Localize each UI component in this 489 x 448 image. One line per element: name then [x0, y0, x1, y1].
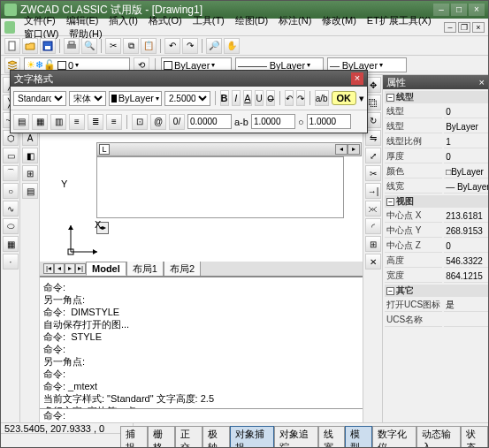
redo-icon[interactable]: ↷ — [182, 38, 198, 54]
ruler-left-icon[interactable]: ◂ — [335, 144, 348, 155]
undo2-icon[interactable]: ↶ — [285, 90, 294, 106]
symbol-icon[interactable]: @ — [150, 114, 166, 130]
width-factor-input[interactable] — [307, 114, 351, 129]
italic-icon[interactable]: I — [232, 90, 241, 106]
prop-value[interactable]: 1 — [444, 135, 488, 148]
block-icon[interactable]: ◧ — [22, 148, 38, 163]
props-close-icon[interactable]: × — [479, 77, 485, 87]
dialog-close-icon[interactable]: × — [351, 72, 363, 85]
prop-value[interactable]: 0 — [444, 105, 488, 118]
status-3[interactable]: 极轴 — [202, 426, 230, 449]
text-height-combo[interactable]: 2.5000 — [164, 91, 210, 106]
text-color-combo[interactable]: ByLayer▾ — [109, 91, 162, 106]
tabs-last-icon[interactable]: ▸| — [75, 263, 86, 274]
cut-icon[interactable]: ✂ — [105, 38, 121, 54]
point-icon[interactable]: · — [3, 254, 19, 270]
arc-icon[interactable]: ⌒ — [3, 165, 19, 181]
pan-icon[interactable]: ✋ — [224, 38, 240, 54]
erase-icon[interactable]: ✕ — [365, 254, 381, 270]
prop-value[interactable]: 0 — [444, 239, 488, 253]
align-tr-icon[interactable]: ▥ — [50, 114, 66, 130]
tabs-first-icon[interactable]: |◂ — [43, 263, 54, 274]
prop-value[interactable]: — ByLayer — [444, 180, 488, 194]
align-mc-icon[interactable]: ≣ — [88, 114, 103, 130]
redo2-icon[interactable]: ↷ — [296, 90, 305, 106]
rect-icon[interactable]: ▭ — [3, 148, 19, 163]
oblique-icon[interactable]: 0/ — [169, 114, 185, 130]
align-mr-icon[interactable]: ≡ — [106, 114, 122, 130]
status-2[interactable]: 正交 — [175, 426, 202, 449]
copy-icon[interactable]: ⧉ — [123, 38, 139, 54]
prop-value[interactable]: 213.6181 — [444, 209, 488, 223]
status-10[interactable]: 状态 — [461, 426, 488, 449]
prop-value[interactable]: 546.3322 — [444, 254, 488, 268]
strikeout-icon[interactable]: O̶ — [266, 90, 275, 106]
prop-value[interactable]: □ByLayer — [444, 165, 488, 178]
insert-icon[interactable]: ⊞ — [22, 165, 38, 181]
mtext-ruler[interactable]: L ◂▸ — [96, 142, 362, 156]
tab-model[interactable]: Model — [86, 262, 126, 276]
menu-e[interactable]: 编辑(E) — [61, 13, 104, 27]
ok-button[interactable]: OK — [332, 91, 357, 105]
scale-icon[interactable]: ⤢ — [365, 148, 381, 163]
tabs-next-icon[interactable]: ▸ — [65, 263, 75, 274]
app-menu-icon[interactable] — [4, 21, 15, 34]
tabs-prev-icon[interactable]: ◂ — [54, 263, 65, 274]
prop-cat-3[interactable]: −其它 — [385, 285, 488, 297]
menu-t[interactable]: 工具(T) — [187, 13, 230, 27]
mtext-editor[interactable] — [96, 156, 344, 218]
zoom-rt-icon[interactable]: 🔎 — [206, 38, 222, 54]
prop-value[interactable]: ByLayer — [444, 120, 488, 133]
tracking-input[interactable] — [251, 114, 295, 129]
status-6[interactable]: 线宽 — [318, 426, 346, 449]
properties-palette[interactable]: 属性× −线型线型0线型ByLayer线型比例1厚度0颜色□ByLayer线宽—… — [382, 75, 488, 422]
align-tl-icon[interactable]: ▤ — [13, 114, 29, 130]
overline-icon[interactable]: U — [255, 90, 264, 106]
ruler-right-icon[interactable]: ▸ — [348, 144, 360, 155]
mdi-restore[interactable]: ❐ — [458, 22, 470, 33]
table-icon[interactable]: ▤ — [22, 183, 38, 199]
array-icon[interactable]: ⊞ — [365, 236, 381, 252]
print-icon[interactable] — [64, 38, 80, 54]
menu-o[interactable]: 格式(O) — [143, 13, 187, 27]
status-9[interactable]: 动态输入 — [416, 426, 461, 449]
menu-n[interactable]: 标注(N) — [273, 13, 317, 27]
status-5[interactable]: 对象追踪 — [274, 426, 318, 449]
status-8[interactable]: 数字化仪 — [372, 426, 416, 449]
align-tc-icon[interactable]: ▦ — [32, 114, 48, 130]
paste-icon[interactable]: 📋 — [141, 38, 157, 54]
undo-icon[interactable]: ↶ — [164, 38, 180, 54]
save-icon[interactable] — [40, 38, 56, 54]
prop-value[interactable]: 268.9153 — [444, 224, 488, 238]
ok-menu-icon[interactable]: ▾ — [359, 93, 364, 104]
command-input[interactable] — [68, 411, 363, 421]
offset-icon[interactable]: ⩙ — [365, 201, 381, 216]
prop-value[interactable]: 0 — [444, 150, 488, 163]
command-window[interactable]: 命令:另一角点:命令: DIMSTYLE自动保存打开的图...命令: STYLE… — [40, 276, 363, 408]
new-icon[interactable] — [4, 38, 20, 54]
prop-cat-1[interactable]: −线型 — [385, 91, 488, 103]
circle-icon[interactable]: ○ — [3, 183, 19, 199]
prop-value[interactable]: 864.1215 — [444, 270, 488, 283]
spline-icon[interactable]: ∿ — [3, 201, 19, 216]
tab-layout1[interactable]: 布局1 — [126, 261, 164, 277]
font-combo[interactable]: 宋体 — [69, 91, 106, 106]
tab-layout2[interactable]: 布局2 — [164, 261, 201, 277]
text-style-combo[interactable]: Standard — [13, 91, 66, 106]
menu-etx[interactable]: ET扩展工具(X) — [362, 13, 437, 27]
field-icon[interactable]: ⊡ — [132, 114, 148, 130]
oblique-input[interactable] — [187, 114, 232, 129]
status-4[interactable]: 对象捕捉 — [230, 426, 274, 449]
preview-icon[interactable]: 🔍 — [81, 38, 97, 54]
bold-icon[interactable]: B — [220, 90, 229, 106]
underline-icon[interactable]: A — [243, 90, 252, 106]
menu-f[interactable]: 文件(F) — [19, 13, 61, 27]
stack-icon[interactable]: a/b — [315, 90, 329, 106]
fillet-icon[interactable]: ◜ — [365, 218, 381, 234]
prop-cat-2[interactable]: −视图 — [385, 195, 488, 208]
status-0[interactable]: 捕捉 — [120, 426, 148, 449]
menu-d[interactable]: 绘图(D) — [230, 13, 273, 27]
menu-m[interactable]: 修改(M) — [317, 13, 362, 27]
maximize-button[interactable]: □ — [451, 4, 467, 16]
prop-value[interactable]: 是 — [444, 299, 488, 312]
